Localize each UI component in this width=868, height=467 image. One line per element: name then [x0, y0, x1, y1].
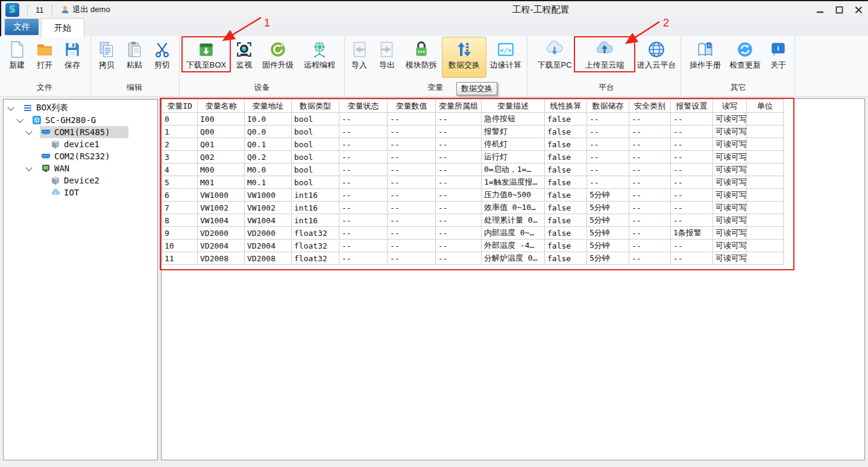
table-cell[interactable]: 5分钟 — [587, 227, 629, 240]
table-cell[interactable]: M0.1 — [245, 176, 292, 189]
table-cell[interactable]: -- — [671, 252, 713, 265]
table-cell[interactable]: 可读可写 — [713, 189, 747, 202]
table-cell[interactable]: -- — [671, 240, 713, 252]
table-cell[interactable]: 1=触发温度报… — [482, 176, 545, 189]
table-cell[interactable] — [747, 151, 784, 164]
table-cell[interactable]: -- — [629, 189, 671, 202]
table-cell[interactable] — [747, 202, 784, 214]
chevron-down-icon[interactable] — [25, 129, 33, 136]
table-cell[interactable] — [747, 164, 784, 176]
table-cell[interactable]: 0=启动，1=… — [482, 164, 545, 176]
table-cell[interactable]: -- — [629, 202, 671, 214]
column-header-8[interactable]: 线性换算 — [545, 100, 587, 113]
table-cell[interactable]: -- — [671, 125, 713, 138]
column-header-7[interactable]: 变量描述 — [482, 100, 545, 113]
table-cell[interactable]: false — [545, 189, 587, 202]
table-cell[interactable]: VD2000 — [198, 227, 245, 240]
table-cell[interactable] — [747, 138, 784, 151]
table-cell[interactable]: int16 — [292, 202, 339, 214]
monitor-button[interactable]: 监视 — [231, 37, 257, 77]
table-cell[interactable]: 外部温度 -4… — [482, 240, 545, 252]
table-row[interactable]: 7VW1002VW1002int16------效率值 0~10…false5分… — [162, 202, 784, 214]
table-cell[interactable]: -- — [629, 164, 671, 176]
table-cell[interactable]: -- — [339, 240, 388, 252]
table-cell[interactable]: 可读可写 — [713, 240, 747, 252]
column-header-5[interactable]: 变量数值 — [388, 100, 436, 113]
table-cell[interactable]: -- — [587, 164, 629, 176]
table-cell[interactable]: 5分钟 — [587, 214, 629, 227]
module-tamper-button[interactable]: 模块防拆 — [401, 37, 441, 77]
table-cell[interactable]: bool — [292, 176, 339, 189]
chevron-down-icon[interactable] — [25, 165, 33, 172]
table-row[interactable]: 3Q02Q0.2bool------运行灯false------可读可写 — [162, 151, 784, 164]
open-button[interactable]: 打开 — [31, 37, 58, 77]
table-cell[interactable]: 1条报警 — [671, 227, 713, 240]
table-cell[interactable]: false — [545, 202, 587, 214]
table-cell[interactable]: Q0.0 — [245, 125, 292, 138]
table-cell[interactable]: -- — [339, 164, 388, 176]
table-cell[interactable]: -- — [671, 202, 713, 214]
table-cell[interactable]: M01 — [198, 176, 245, 189]
table-cell[interactable]: -- — [388, 151, 436, 164]
table-cell[interactable]: -- — [436, 189, 482, 202]
table-cell[interactable]: -- — [388, 240, 436, 252]
manual-button[interactable]: i 操作手册 — [686, 37, 725, 77]
table-cell[interactable]: 2 — [162, 138, 198, 151]
table-cell[interactable]: -- — [436, 164, 482, 176]
table-row[interactable]: 10VD2004VD2004float32------外部温度 -4…false… — [162, 240, 784, 252]
table-cell[interactable]: 6 — [162, 189, 198, 202]
table-cell[interactable]: -- — [587, 151, 629, 164]
table-cell[interactable]: -- — [629, 138, 671, 151]
chevron-down-icon[interactable] — [7, 104, 14, 112]
table-cell[interactable]: bool — [292, 125, 339, 138]
table-cell[interactable]: false — [545, 151, 587, 164]
table-row[interactable]: 4M00M0.0bool------0=启动，1=…false------可读可… — [162, 164, 784, 176]
table-cell[interactable]: -- — [587, 176, 629, 189]
table-cell[interactable]: float32 — [292, 227, 339, 240]
column-header-2[interactable]: 变量地址 — [245, 100, 292, 113]
column-header-11[interactable]: 报警设置 — [671, 100, 713, 113]
table-cell[interactable]: false — [545, 227, 587, 240]
tree-item-box-list[interactable]: BOX列表 — [4, 102, 157, 114]
table-cell[interactable]: -- — [629, 176, 671, 189]
table-cell[interactable]: -- — [339, 138, 388, 151]
table-cell[interactable]: -- — [671, 138, 713, 151]
table-cell[interactable]: -- — [436, 227, 482, 240]
column-header-12[interactable]: 读写 — [713, 100, 747, 113]
table-cell[interactable]: -- — [436, 113, 482, 125]
maximize-button[interactable] — [834, 5, 844, 14]
tree-item-iot[interactable]: IOT — [4, 186, 157, 199]
table-row[interactable]: 8VW1004VW1004int16------处理累计量 0…false5分钟… — [162, 214, 784, 227]
table-cell[interactable]: -- — [339, 113, 388, 125]
remote-programming-button[interactable]: 远程编程 — [298, 37, 341, 77]
column-header-4[interactable]: 变量状态 — [339, 100, 388, 113]
table-cell[interactable]: 5分钟 — [587, 202, 629, 214]
logout-button[interactable]: 退出 demo — [73, 4, 110, 15]
table-cell[interactable]: -- — [388, 138, 436, 151]
table-cell[interactable]: M0.0 — [245, 164, 292, 176]
table-cell[interactable]: -- — [587, 138, 629, 151]
table-cell[interactable]: VD2000 — [245, 227, 292, 240]
table-cell[interactable]: 处理累计量 0… — [482, 214, 545, 227]
download-to-box-button[interactable]: 下载至BOX — [183, 37, 229, 77]
table-cell[interactable]: -- — [339, 176, 388, 189]
table-cell[interactable]: Q00 — [198, 125, 245, 138]
minimize-button[interactable] — [815, 5, 825, 14]
table-cell[interactable]: false — [545, 164, 587, 176]
table-cell[interactable]: -- — [671, 151, 713, 164]
table-row[interactable]: 6VW1000VW1000int16------压力值0~500false5分钟… — [162, 189, 784, 202]
table-cell[interactable]: -- — [671, 189, 713, 202]
table-cell[interactable]: -- — [436, 252, 482, 265]
table-cell[interactable]: -- — [436, 214, 482, 227]
data-exchange-button[interactable]: 数据交换 — [442, 37, 486, 77]
table-cell[interactable] — [747, 214, 784, 227]
table-cell[interactable]: bool — [292, 113, 339, 125]
tree-item-wan[interactable]: WAN — [4, 162, 157, 174]
table-cell[interactable]: VD2004 — [245, 240, 292, 252]
tab-file[interactable]: 文件 — [5, 19, 39, 35]
column-header-6[interactable]: 变量所属组 — [436, 100, 482, 113]
table-cell[interactable]: -- — [436, 151, 482, 164]
tree-item-com1[interactable]: COM1(RS485) — [4, 126, 157, 138]
table-cell[interactable]: Q0.2 — [245, 151, 292, 164]
table-cell[interactable]: -- — [629, 125, 671, 138]
